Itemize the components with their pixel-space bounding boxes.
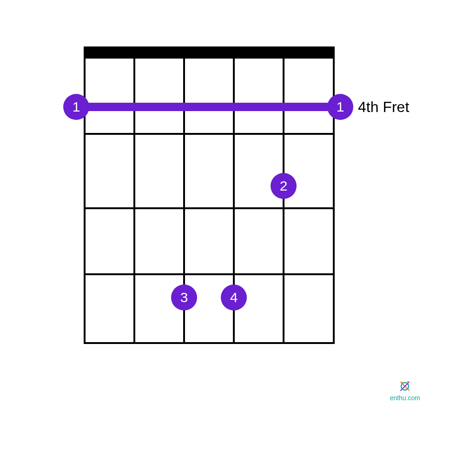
svg-point-1 [401, 381, 403, 383]
brand-logo: enthu.com [390, 379, 420, 402]
finger-4: 4 [221, 284, 247, 311]
fret-line-1 [84, 133, 335, 135]
finger-label: 4 [230, 290, 238, 305]
logo-icon [398, 379, 412, 393]
fret-label: 4th Fret [358, 99, 409, 116]
fret-line-2 [84, 207, 335, 209]
finger-label: 2 [280, 178, 288, 194]
fret-line-4 [84, 342, 335, 344]
finger-1-barre-end: 1 [327, 94, 353, 120]
svg-point-2 [407, 381, 409, 383]
string-5 [133, 46, 135, 344]
finger-1-barre-start: 1 [63, 94, 89, 120]
chord-diagram: 1 1 2 3 4 4th Fret [84, 46, 335, 344]
finger-label: 1 [73, 99, 80, 115]
fret-line-3 [84, 273, 335, 275]
nut [84, 46, 335, 59]
finger-label: 1 [337, 99, 344, 115]
finger-3: 3 [171, 284, 197, 311]
finger-2: 2 [271, 173, 297, 199]
logo-text: enthu.com [390, 394, 420, 402]
string-1 [333, 46, 335, 344]
barre-bar [84, 103, 335, 111]
finger-label: 3 [180, 290, 188, 305]
string-6 [84, 46, 86, 344]
